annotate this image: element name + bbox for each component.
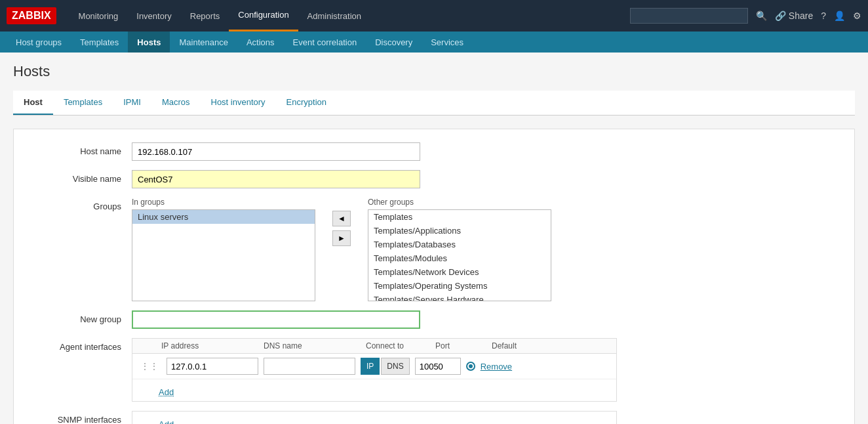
page-content: Hosts Host Templates IPMI Macros Host in… <box>0 53 868 424</box>
groups-label: Groups <box>27 198 132 211</box>
agent-interfaces-row: Agent interfaces IP address DNS name Con… <box>27 338 841 402</box>
search-icon[interactable]: 🔍 <box>756 11 767 21</box>
col-ip-header: IP address <box>161 341 253 350</box>
nav-inventory[interactable]: Inventory <box>127 0 180 32</box>
subnav-templates[interactable]: Templates <box>71 32 128 53</box>
tab-macros[interactable]: Macros <box>151 91 201 115</box>
host-name-row: Host name <box>27 142 841 161</box>
connect-ip-button[interactable]: IP <box>361 358 380 375</box>
in-group-item-0[interactable]: Linux servers <box>132 210 315 224</box>
subnav-actions[interactable]: Actions <box>237 32 284 53</box>
snmp-interfaces-label: SNMP interfaces <box>27 411 132 424</box>
visible-name-input[interactable] <box>132 170 420 188</box>
other-group-item-1[interactable]: Templates/Applications <box>368 224 551 238</box>
other-group-item-4[interactable]: Templates/Network Devices <box>368 265 551 279</box>
nav-configuration[interactable]: Configuration <box>229 0 298 32</box>
visible-name-row: Visible name <box>27 170 841 188</box>
nav-monitoring[interactable]: Monitoring <box>69 0 128 32</box>
snmp-interfaces-container: Add <box>132 411 617 424</box>
col-default-header: Default <box>492 341 538 350</box>
add-agent-interface-link[interactable]: Add <box>159 387 174 397</box>
move-to-in-groups-button[interactable]: ◄ <box>332 211 351 226</box>
col-connect-header: Connect to <box>366 341 425 350</box>
group-arrows: ◄ ► <box>328 211 355 246</box>
move-to-other-groups-button[interactable]: ► <box>332 230 351 246</box>
ip-address-input[interactable] <box>167 358 258 375</box>
agent-interfaces-label: Agent interfaces <box>27 338 132 352</box>
tab-encryption[interactable]: Encryption <box>276 91 337 115</box>
nav-administration[interactable]: Administration <box>298 0 370 32</box>
page-title: Hosts <box>13 63 855 80</box>
tabs: Host Templates IPMI Macros Host inventor… <box>13 91 855 116</box>
new-group-row: New group <box>27 310 841 329</box>
subnav-maintenance[interactable]: Maintenance <box>170 32 237 53</box>
top-nav: ZABBIX Monitoring Inventory Reports Conf… <box>0 0 868 32</box>
nav-reports[interactable]: Reports <box>181 0 229 32</box>
logo[interactable]: ZABBIX <box>7 7 56 24</box>
subnav-services[interactable]: Services <box>422 32 473 53</box>
in-groups-list[interactable]: Linux servers <box>132 209 315 301</box>
add-snmp-interface-link[interactable]: Add <box>159 419 174 424</box>
add-agent-interface-container: Add <box>132 379 616 401</box>
connect-dns-button[interactable]: DNS <box>381 358 409 375</box>
in-groups-col: In groups Linux servers <box>132 198 315 301</box>
agent-interfaces-header: IP address DNS name Connect to Port Defa… <box>132 339 616 354</box>
tab-host-inventory[interactable]: Host inventory <box>201 91 276 115</box>
other-group-item-0[interactable]: Templates <box>368 210 551 224</box>
top-nav-right: 🔍 🔗 Share ? 👤 ⚙ <box>630 8 861 24</box>
host-name-input[interactable] <box>132 142 420 161</box>
in-groups-label: In groups <box>132 198 315 207</box>
new-group-label: New group <box>27 310 132 324</box>
sub-nav: Host groups Templates Hosts Maintenance … <box>0 32 868 53</box>
subnav-host-groups[interactable]: Host groups <box>7 32 71 53</box>
subnav-hosts[interactable]: Hosts <box>128 32 170 53</box>
groups-wrapper: In groups Linux servers ◄ ► Other groups… <box>132 198 551 301</box>
other-groups-label: Other groups <box>368 198 551 207</box>
tab-templates[interactable]: Templates <box>53 91 113 115</box>
agent-interface-row-0: ⋮⋮ IP DNS Remove <box>132 354 616 379</box>
other-groups-col: Other groups Templates Templates/Applica… <box>368 198 551 301</box>
search-input[interactable] <box>630 8 748 24</box>
col-port-header: Port <box>435 341 481 350</box>
settings-icon[interactable]: ⚙ <box>853 11 861 21</box>
host-name-label: Host name <box>27 142 132 156</box>
tab-ipmi[interactable]: IPMI <box>113 91 151 115</box>
col-dns-header: DNS name <box>264 341 355 350</box>
visible-name-label: Visible name <box>27 170 132 184</box>
share-icon[interactable]: 🔗 Share <box>775 11 813 21</box>
dns-name-input[interactable] <box>264 358 355 375</box>
other-groups-list[interactable]: Templates Templates/Applications Templat… <box>368 209 551 301</box>
help-icon[interactable]: ? <box>821 11 826 21</box>
subnav-discovery[interactable]: Discovery <box>366 32 422 53</box>
new-group-input[interactable] <box>132 310 420 329</box>
other-group-item-5[interactable]: Templates/Operating Systems <box>368 279 551 293</box>
other-group-item-2[interactable]: Templates/Databases <box>368 238 551 251</box>
agent-interfaces-container: IP address DNS name Connect to Port Defa… <box>132 338 617 402</box>
groups-row: Groups In groups Linux servers ◄ ► Other… <box>27 198 841 301</box>
default-radio[interactable] <box>466 362 475 371</box>
tab-host[interactable]: Host <box>13 91 53 115</box>
drag-handle-icon[interactable]: ⋮⋮ <box>138 361 161 371</box>
other-group-item-6[interactable]: Templates/Servers Hardware <box>368 293 551 301</box>
user-icon[interactable]: 👤 <box>834 11 845 21</box>
connect-to-buttons: IP DNS <box>361 358 410 375</box>
snmp-interfaces-row: SNMP interfaces Add <box>27 411 841 424</box>
subnav-event-correlation[interactable]: Event correlation <box>284 32 366 53</box>
other-group-item-3[interactable]: Templates/Modules <box>368 251 551 265</box>
form-container: Host name Visible name Groups In groups … <box>13 129 855 424</box>
share-label: Share <box>789 11 813 21</box>
port-input[interactable] <box>415 358 461 375</box>
remove-interface-link[interactable]: Remove <box>481 362 512 371</box>
